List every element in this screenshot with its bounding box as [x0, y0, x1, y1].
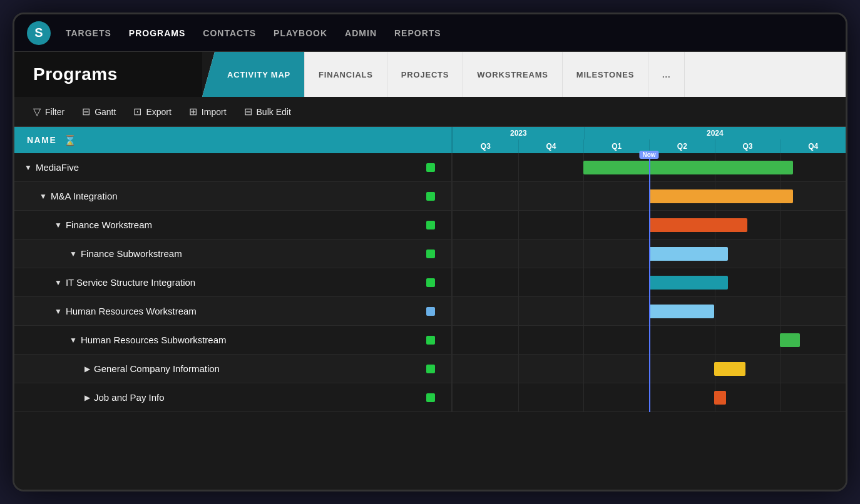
year-cell-2024: 2024	[584, 127, 846, 139]
gantt-bar	[649, 305, 714, 318]
tab-bar: ACTIVITY MAPFINANCIALSPROJECTSWORKSTREAM…	[202, 52, 846, 97]
gantt-bar	[714, 391, 726, 405]
table-row[interactable]: ▼IT Service Structure Integration	[14, 268, 846, 297]
status-badge	[426, 307, 435, 316]
toolbar-btn-import[interactable]: ⊞Import	[189, 106, 227, 118]
row-label: M&A Integration	[51, 191, 118, 201]
gantt-bar	[780, 333, 799, 347]
table-row[interactable]: ▼Finance Subworkstream	[14, 239, 846, 268]
expand-icon[interactable]: ▶	[84, 365, 90, 373]
gantt-bar	[649, 247, 728, 261]
filter-icon: ▽	[33, 106, 41, 118]
tab-milestones[interactable]: MILESTONES	[563, 52, 648, 97]
nav-link-programs[interactable]: PROGRAMS	[129, 28, 185, 38]
hourglass-icon: ⌛	[64, 134, 78, 146]
nav-link-playbook[interactable]: PLAYBOOK	[274, 28, 327, 38]
main-content: Programs ACTIVITY MAPFINANCIALSPROJECTSW…	[14, 52, 846, 490]
gantt-bar	[649, 189, 793, 203]
grid-line	[780, 268, 781, 296]
row-name-cell: ▼Finance Workstream	[14, 211, 453, 239]
gantt-header-row: NAME ⌛ 20232024 Q3Q4Q1Q2Q3Q4	[14, 127, 846, 153]
status-badge	[426, 278, 435, 287]
gantt-bar	[649, 218, 747, 232]
toolbar: ▽Filter⊟Gantt⊡Export⊞Import⊟Bulk Edit	[14, 97, 846, 127]
table-row[interactable]: ▼Human Resources Subworkstream	[14, 326, 846, 355]
row-label: Human Resources Subworkstream	[81, 335, 227, 345]
status-badge	[426, 249, 435, 258]
grid-line	[518, 297, 519, 325]
grid-line	[780, 297, 781, 325]
collapse-icon[interactable]: ▼	[24, 163, 32, 172]
toolbar-btn-filter[interactable]: ▽Filter	[33, 106, 64, 118]
name-col-label: NAME	[27, 135, 56, 145]
import-icon: ⊞	[189, 106, 197, 118]
grid-line	[518, 355, 519, 383]
grid-line	[780, 383, 781, 411]
collapse-icon[interactable]: ▼	[54, 278, 62, 287]
expand-icon[interactable]: ▶	[84, 393, 90, 402]
table-row[interactable]: ▼MediaFiveNow	[14, 153, 846, 182]
top-nav: S TARGETSPROGRAMSCONTACTSPLAYBOOKADMINRE…	[14, 14, 846, 52]
table-row[interactable]: ▼M&A Integration	[14, 182, 846, 211]
nav-link-reports[interactable]: REPORTS	[394, 28, 441, 38]
grid-line	[583, 268, 584, 296]
grid-line	[518, 383, 519, 411]
tab-workstreams[interactable]: WORKSTREAMS	[463, 52, 563, 97]
toolbar-btn-export[interactable]: ⊡Export	[133, 106, 171, 118]
collapse-icon[interactable]: ▼	[69, 336, 77, 345]
quarter-cell-Q3: Q3	[715, 139, 781, 153]
grid-line	[583, 383, 584, 411]
tab-projects[interactable]: PROJECTS	[387, 52, 463, 97]
gantt-icon: ⊟	[82, 106, 90, 118]
gantt-timeline-header: 20232024 Q3Q4Q1Q2Q3Q4	[453, 127, 846, 153]
gantt-bar	[649, 276, 728, 290]
quarter-cell-Q3: Q3	[453, 139, 518, 153]
nav-links: TARGETSPROGRAMSCONTACTSPLAYBOOKADMINREPO…	[66, 28, 441, 38]
grid-line	[583, 297, 584, 325]
logo: S	[27, 21, 51, 45]
toolbar-btn-bulk edit[interactable]: ⊟Bulk Edit	[244, 106, 291, 118]
grid-line	[518, 239, 519, 268]
export-icon: ⊡	[133, 106, 141, 118]
table-row[interactable]: ▼Finance Workstream	[14, 211, 846, 239]
toolbar-btn-gantt[interactable]: ⊟Gantt	[82, 106, 116, 118]
gantt-data-area: ▼MediaFiveNow▼M&A Integration▼Finance Wo…	[14, 153, 846, 412]
grid-line	[715, 297, 715, 325]
grid-line	[518, 153, 519, 181]
programs-header: Programs ACTIVITY MAPFINANCIALSPROJECTSW…	[14, 52, 846, 97]
row-name-cell: ▼Human Resources Workstream	[14, 297, 453, 325]
table-row[interactable]: ▶General Company Information	[14, 355, 846, 383]
now-label: Now	[639, 151, 658, 159]
collapse-icon[interactable]: ▼	[54, 307, 62, 316]
nav-link-admin[interactable]: ADMIN	[345, 28, 377, 38]
grid-line	[780, 211, 781, 239]
name-col-header: NAME ⌛	[14, 127, 453, 153]
timeline-cell: Now	[453, 153, 846, 181]
programs-title-area: Programs	[14, 52, 202, 97]
collapse-icon[interactable]: ▼	[39, 192, 47, 201]
row-label: IT Service Structure Integration	[66, 277, 195, 288]
quarter-cell-Q4: Q4	[518, 139, 584, 153]
status-badge	[426, 336, 435, 345]
table-row[interactable]: ▶Job and Pay Info	[14, 383, 846, 412]
tab-financials[interactable]: FINANCIALS	[305, 52, 387, 97]
year-row: 20232024	[453, 127, 846, 139]
row-name-cell: ▶Job and Pay Info	[14, 383, 453, 411]
tab-activitymap[interactable]: ACTIVITY MAP	[202, 52, 305, 97]
nav-link-targets[interactable]: TARGETS	[66, 28, 111, 38]
grid-line	[583, 355, 584, 383]
row-label: General Company Information	[94, 363, 220, 374]
quarter-cell-Q4: Q4	[780, 139, 846, 153]
grid-line	[780, 239, 781, 268]
collapse-icon[interactable]: ▼	[54, 221, 62, 229]
grid-line	[518, 211, 519, 239]
row-name-cell: ▼IT Service Structure Integration	[14, 268, 453, 296]
row-name-cell: ▶General Company Information	[14, 355, 453, 383]
screen-wrapper: S TARGETSPROGRAMSCONTACTSPLAYBOOKADMINRE…	[13, 13, 847, 491]
table-row[interactable]: ▼Human Resources Workstream	[14, 297, 846, 326]
page-title: Programs	[33, 64, 118, 84]
collapse-icon[interactable]: ▼	[69, 249, 77, 258]
row-name-cell: ▼M&A Integration	[14, 182, 453, 210]
tab-...[interactable]: ...	[648, 52, 685, 97]
nav-link-contacts[interactable]: CONTACTS	[203, 28, 256, 38]
